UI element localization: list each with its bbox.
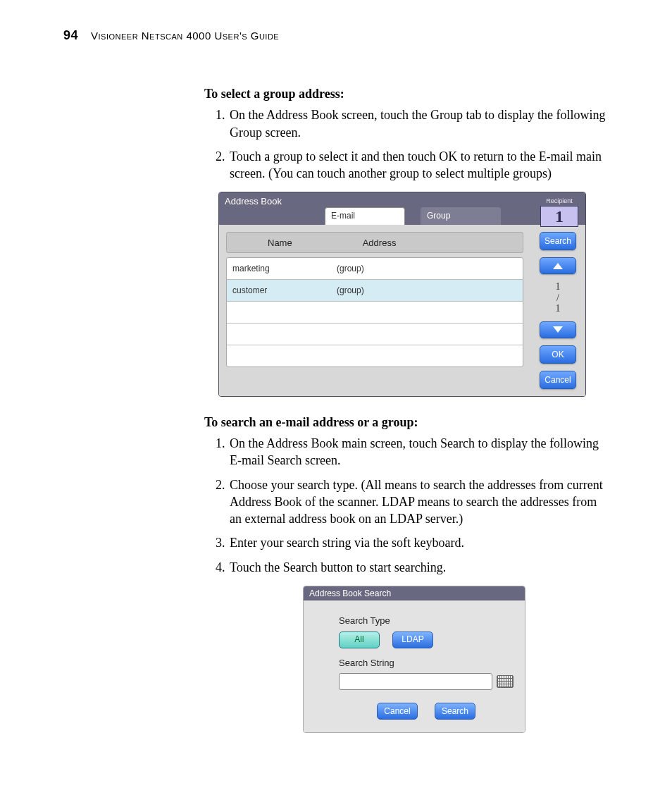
arrow-down-icon bbox=[553, 326, 563, 333]
search-string-label: Search String bbox=[339, 657, 514, 670]
slash: / bbox=[556, 292, 561, 303]
search-string-input[interactable] bbox=[339, 673, 492, 690]
recipient-label: Recipient bbox=[540, 197, 578, 205]
section-heading-select-group: To select a group address: bbox=[204, 85, 609, 102]
search-submit-button[interactable]: Search bbox=[435, 703, 475, 720]
step: Enter your search string via the soft ke… bbox=[228, 534, 609, 551]
search-type-label: Search Type bbox=[339, 615, 514, 627]
recipient-count: 1 bbox=[540, 206, 578, 227]
table-row[interactable]: marketing (group) bbox=[227, 258, 523, 280]
table-row[interactable] bbox=[227, 345, 523, 366]
pager: 1 / 1 bbox=[556, 281, 561, 314]
address-book-title: Address Book bbox=[225, 195, 282, 208]
table-row[interactable]: customer (group) bbox=[227, 280, 523, 302]
column-headers: Name Address bbox=[226, 232, 523, 253]
steps-search: On the Address Book main screen, touch S… bbox=[204, 435, 609, 576]
search-button[interactable]: Search bbox=[540, 232, 576, 250]
page-number: 94 bbox=[63, 28, 78, 43]
search-cancel-button[interactable]: Cancel bbox=[377, 703, 418, 720]
step: Touch a group to select it and then touc… bbox=[228, 148, 609, 183]
doc-title: Visioneer Netscan 4000 User's Guide bbox=[91, 30, 279, 42]
col-name: Name bbox=[268, 237, 292, 250]
page-down-button[interactable] bbox=[540, 321, 576, 338]
search-type-ldap-button[interactable]: LDAP bbox=[392, 632, 433, 648]
section-heading-search: To search an e-mail address or a group: bbox=[204, 414, 609, 431]
table-row[interactable] bbox=[227, 302, 523, 324]
arrow-up-icon bbox=[553, 263, 563, 269]
ok-button[interactable]: OK bbox=[540, 345, 576, 364]
search-dialog-title: Address Book Search bbox=[304, 586, 525, 600]
recipient-counter: Recipient 1 bbox=[540, 197, 578, 226]
page-total: 1 bbox=[556, 303, 561, 314]
keyboard-icon[interactable] bbox=[497, 675, 514, 688]
page-current: 1 bbox=[556, 281, 561, 292]
address-book-screenshot: Address Book E-mail Group Recipient 1 Na… bbox=[218, 192, 586, 396]
cell-name: customer bbox=[232, 285, 294, 296]
search-type-all-button[interactable]: All bbox=[339, 632, 380, 648]
search-dialog-screenshot: Address Book Search Search Type All LDAP… bbox=[303, 586, 525, 733]
tab-group[interactable]: Group bbox=[421, 207, 501, 225]
tab-email[interactable]: E-mail bbox=[325, 207, 405, 225]
cell-address: (group) bbox=[337, 263, 364, 274]
col-address: Address bbox=[363, 237, 397, 250]
step: On the Address Book main screen, touch S… bbox=[228, 435, 609, 469]
cell-name: marketing bbox=[232, 263, 294, 274]
running-header: 94 Visioneer Netscan 4000 User's Guide bbox=[63, 28, 609, 43]
step: Choose your search type. (All means to s… bbox=[228, 476, 609, 528]
step: Touch the Search button to start searchi… bbox=[228, 559, 609, 576]
step: On the Address Book screen, touch the Gr… bbox=[228, 106, 609, 141]
cell-address: (group) bbox=[337, 285, 364, 296]
cancel-button[interactable]: Cancel bbox=[540, 371, 576, 389]
page-up-button[interactable] bbox=[540, 257, 576, 274]
table-row[interactable] bbox=[227, 324, 523, 345]
steps-select-group: On the Address Book screen, touch the Gr… bbox=[204, 106, 609, 182]
